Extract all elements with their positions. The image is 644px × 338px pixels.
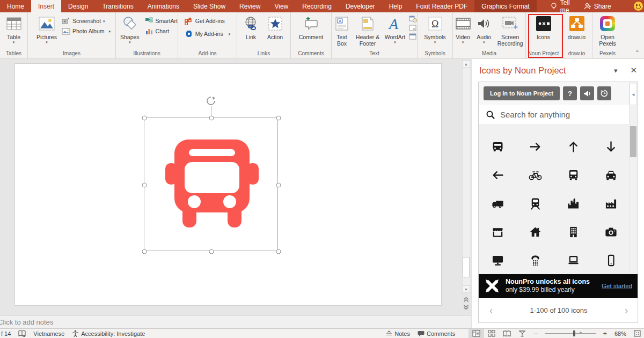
home-icon[interactable] [525,222,546,243]
screen-recording-button[interactable]: Screen Recording [495,14,525,47]
city-skyline-icon[interactable] [562,193,584,215]
smartart-button[interactable]: SmartArt [145,17,178,25]
zoom-slider[interactable] [545,333,596,334]
my-addins-button[interactable]: My Add-ins▾ [185,30,230,38]
arrow-right-icon[interactable] [525,136,546,158]
action-button[interactable]: Action [263,14,288,40]
scrollbar-track[interactable] [462,68,470,285]
selection-handle-se[interactable] [276,249,281,254]
notes-toggle[interactable]: Notes [382,329,414,338]
scroll-down-button[interactable]: ▼ [462,285,470,293]
tab-review[interactable]: Review [232,0,267,12]
rotate-handle-icon[interactable] [206,95,216,106]
tab-design[interactable]: Design [61,0,95,12]
smartphone-icon[interactable] [601,250,622,271]
proofing-icon[interactable] [14,329,30,338]
selection-handle-sw[interactable] [142,249,147,254]
tab-foxit-reader-pdf[interactable]: Foxit Reader PDF [409,0,474,12]
pictures-button[interactable]: Pictures▾ [33,14,61,44]
normal-view-button[interactable] [469,329,484,338]
audio-button[interactable]: Audio▾ [474,14,494,44]
help-icon[interactable]: ? [563,86,577,100]
train-icon[interactable] [525,193,546,215]
video-button[interactable]: Video▾ [453,14,473,44]
arrow-down-icon[interactable] [601,136,622,158]
zoom-in-button[interactable]: + [599,329,611,338]
camera-icon[interactable] [601,222,622,243]
factory-icon[interactable] [601,193,622,215]
open-pexels-button[interactable]: Open Pexels [595,14,620,47]
tab-animations[interactable]: Animations [141,0,186,12]
tab-home[interactable]: Home [0,0,31,12]
share-button[interactable]: Share [576,3,619,10]
text-box-button[interactable]: A Text Box [332,14,352,47]
zoom-slider-thumb[interactable] [573,330,575,336]
collapse-ribbon-button[interactable]: ⌃ [635,49,640,56]
slide-number-icon[interactable] [409,25,417,31]
pane-close-icon[interactable]: ✕ [630,65,637,75]
selection-box[interactable] [144,117,278,251]
photo-album-button[interactable]: Photo Album▾ [62,27,111,35]
notes-pane[interactable]: Click to add notes [0,315,471,328]
laptop-icon[interactable] [562,250,584,271]
date-time-icon[interactable] [409,16,417,23]
previous-slide-button[interactable] [462,296,470,303]
truck-icon[interactable] [487,193,508,215]
tab-help[interactable]: Help [382,0,409,12]
link-button[interactable]: Link [240,14,262,40]
zoom-level[interactable]: 68% [611,329,630,338]
arrow-up-icon[interactable] [562,136,584,158]
get-started-link[interactable]: Get started [602,283,632,289]
wordart-button[interactable]: A WordArt▾ [383,14,407,44]
accessibility-status[interactable]: Accessibility: Investigate [68,329,149,338]
tab-developer[interactable]: Developer [339,0,382,12]
selection-handle-w[interactable] [142,182,147,187]
object-icon[interactable] [409,33,417,40]
bus-icon[interactable] [487,136,508,158]
pane-scrollbar-thumb[interactable] [630,126,636,157]
previous-page-chevron-icon[interactable]: ‹ [479,304,503,317]
tell-me-box[interactable]: Tell me [544,0,576,12]
zoom-out-button[interactable]: − [530,329,541,338]
car-icon[interactable] [601,165,622,186]
monitor-icon[interactable] [487,250,508,271]
feedback-smiley-icon[interactable] [634,2,643,11]
chart-button[interactable]: Chart [145,27,178,35]
fit-slide-to-window-button[interactable] [630,329,644,338]
screenshot-button[interactable]: Screenshot▾ [62,17,111,25]
table-button[interactable]: Table▾ [0,14,27,44]
scroll-up-button[interactable]: ▲ [462,60,470,68]
tab-recording[interactable]: Recording [295,0,339,12]
selection-handle-nw[interactable] [142,116,147,121]
drawio-button[interactable]: draw.io [564,14,590,40]
login-button[interactable]: Log in to Noun Project [484,86,560,100]
phone-keypad-icon[interactable] [525,250,546,271]
slide-show-button[interactable] [515,329,530,338]
pane-collapse-arrow-icon[interactable]: ◄ [630,84,637,105]
tab-graphics-format[interactable]: Graphics Format [474,0,536,12]
next-slide-button[interactable] [462,304,470,311]
office-building-icon[interactable] [562,222,584,243]
slide-sorter-view-button[interactable] [484,329,499,338]
history-icon[interactable] [597,86,611,100]
pane-options-chevron-icon[interactable]: ▾ [614,67,618,75]
selection-handle-e[interactable] [276,182,281,187]
tab-transitions[interactable]: Transitions [95,0,140,12]
tab-slide-show[interactable]: Slide Show [186,0,232,12]
selection-handle-n[interactable] [209,116,214,121]
icons-button[interactable]: Icons [529,14,559,40]
selection-handle-ne[interactable] [276,116,281,121]
next-page-chevron-icon[interactable]: › [614,304,638,317]
megaphone-icon[interactable] [580,86,594,100]
symbols-button[interactable]: Ω Symbols▾ [421,14,450,44]
arrow-left-icon[interactable] [487,165,508,186]
shapes-button[interactable]: Shapes▾ [116,14,144,44]
scrollbar-thumb[interactable] [463,257,470,277]
bus-front-icon[interactable] [562,165,584,186]
header-footer-button[interactable]: Header & Footer [354,14,381,47]
reading-view-button[interactable] [499,329,515,338]
tab-insert[interactable]: Insert [31,0,61,12]
bicycle-icon[interactable] [525,165,546,186]
selection-handle-s[interactable] [209,249,214,254]
storefront-icon[interactable] [487,222,508,243]
